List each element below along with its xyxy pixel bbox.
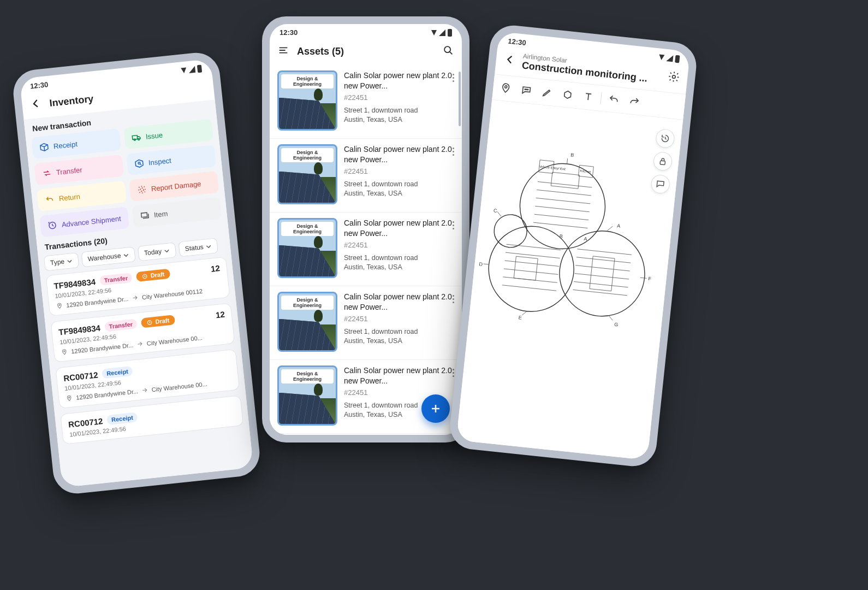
txn-id: RC00712	[63, 370, 98, 383]
status-icons	[181, 64, 202, 74]
swap-icon	[41, 168, 52, 179]
svg-point-14	[504, 86, 507, 88]
status-time: 12:30	[29, 80, 49, 90]
drawing-canvas[interactable]: BA FG ED C BA Vehicle Entry/ Exit Kitche…	[456, 100, 683, 460]
return-label: Return	[58, 192, 80, 203]
return-arrow-icon	[44, 194, 55, 205]
back-icon[interactable]	[29, 97, 43, 112]
txn-id: RC00712	[68, 416, 103, 429]
advance-shipment-button[interactable]: Advance Shipment	[39, 206, 129, 238]
asset-id: #22451	[344, 167, 454, 175]
asset-row[interactable]: Design & Engineering Calin Solar power n…	[270, 65, 462, 139]
transaction-type-grid: Receipt Issue Transfer Inspect	[31, 119, 222, 238]
history-button[interactable]	[655, 128, 675, 149]
battery-icon	[448, 29, 452, 37]
filter-type[interactable]: Type	[44, 252, 80, 271]
clock-forward-icon	[47, 220, 58, 231]
menu-icon[interactable]	[277, 44, 289, 58]
txn-type-badge: Receipt	[106, 412, 138, 425]
undo-button[interactable]	[604, 90, 624, 110]
svg-point-13	[672, 75, 675, 78]
asset-row[interactable]: Design & Engineering Calin Solar power n…	[270, 434, 462, 435]
status-time: 12:30	[508, 37, 527, 47]
svg-rect-24	[551, 172, 579, 188]
comment-tool[interactable]	[516, 80, 537, 101]
asset-title: Calin Solar power new plant 2.0 new Powe…	[344, 218, 454, 239]
chevron-down-icon	[205, 243, 212, 250]
filter-status[interactable]: Status	[178, 238, 218, 257]
inspect-label: Inspect	[148, 156, 171, 167]
return-button[interactable]: Return	[37, 180, 127, 211]
shape-tool[interactable]	[557, 85, 578, 105]
asset-address: Street 1, downtown roadAustin, Texas, US…	[344, 327, 454, 346]
truck-icon	[131, 132, 142, 143]
redo-button[interactable]	[624, 92, 644, 112]
receipt-button[interactable]: Receipt	[31, 128, 121, 160]
asset-id: #22451	[344, 93, 454, 102]
svg-point-11	[68, 397, 69, 398]
asset-address: Street 1, downtown roadAustin, Texas, US…	[344, 253, 454, 273]
svg-rect-27	[590, 256, 615, 291]
inventory-body: New transaction Receipt Issue Transfer	[24, 99, 254, 487]
more-options-icon[interactable]	[450, 72, 456, 84]
asset-info: Calin Solar power new plant 2.0 new Powe…	[344, 292, 454, 352]
assets-body: Design & Engineering Calin Solar power n…	[270, 65, 462, 435]
asset-title: Calin Solar power new plant 2.0 new Powe…	[344, 292, 454, 312]
arrow-right-icon	[131, 294, 139, 302]
battery-icon	[675, 55, 680, 63]
svg-text:Vehicle Entry/ Exit: Vehicle Entry/ Exit	[539, 165, 566, 171]
wifi-icon	[431, 30, 437, 36]
svg-text:B: B	[559, 233, 563, 239]
status-time: 12:30	[280, 28, 298, 37]
txn-type-badge: Receipt	[102, 366, 133, 379]
txn-type-badge: Transfer	[104, 318, 138, 332]
asset-row[interactable]: Design & Engineering Calin Solar power n…	[270, 213, 462, 286]
item-button[interactable]: Item	[132, 197, 222, 228]
svg-text:C: C	[493, 208, 497, 214]
text-tool[interactable]	[578, 87, 598, 107]
magnifier-box-icon	[134, 158, 145, 169]
floor-plan: BA FG ED C BA Vehicle Entry/ Exit Kitche…	[468, 138, 675, 364]
search-icon[interactable]	[442, 44, 454, 58]
transfer-button[interactable]: Transfer	[34, 155, 124, 186]
asset-thumbnail: Design & Engineering	[277, 70, 337, 131]
asset-row[interactable]: Design & Engineering Calin Solar power n…	[270, 139, 462, 213]
report-damage-button[interactable]: Report Damage	[129, 171, 219, 202]
svg-text:G: G	[614, 322, 619, 328]
draft-badge: Draft	[141, 315, 175, 328]
pencil-tool[interactable]	[537, 82, 557, 103]
svg-text:D: D	[479, 261, 483, 267]
pin-tool[interactable]	[496, 78, 516, 98]
asset-info: Calin Solar power new plant 2.0 new Powe…	[344, 70, 454, 131]
more-options-icon[interactable]	[450, 219, 456, 232]
filter-warehouse[interactable]: Warehouse	[81, 246, 135, 267]
svg-point-21	[484, 222, 578, 315]
location-icon	[61, 348, 68, 356]
phone-assets: 12:30 Assets (5)	[262, 16, 469, 442]
settings-icon[interactable]	[667, 70, 681, 85]
signal-icon	[188, 66, 195, 73]
svg-text:A: A	[617, 223, 621, 229]
filter-today[interactable]: Today	[138, 242, 177, 261]
asset-info: Calin Solar power new plant 2.0 new Powe…	[344, 144, 454, 204]
more-options-icon[interactable]	[450, 145, 456, 158]
inspect-button[interactable]: Inspect	[126, 145, 216, 176]
svg-point-4	[140, 188, 144, 192]
thumb-category-label: Design & Engineering	[281, 148, 334, 162]
back-icon[interactable]	[503, 52, 517, 68]
chevron-down-icon	[123, 252, 129, 258]
path-to: City Warehouse 00112	[141, 287, 203, 300]
stack-icon	[139, 210, 150, 221]
asset-title: Calin Solar power new plant 2.0 new Powe…	[344, 144, 454, 165]
issue-button[interactable]: Issue	[123, 119, 213, 150]
asset-row[interactable]: Design & Engineering Calin Solar power n…	[270, 286, 462, 360]
separator	[600, 92, 602, 104]
asset-address: Street 1, downtown roadAustin, Texas, US…	[344, 180, 454, 199]
more-options-icon[interactable]	[450, 293, 456, 305]
add-asset-fab[interactable]	[421, 394, 450, 423]
svg-point-23	[492, 213, 528, 249]
arrow-right-icon	[136, 340, 144, 347]
thumb-category-label: Design & Engineering	[281, 222, 334, 236]
svg-point-17	[527, 89, 528, 90]
svg-point-10	[64, 351, 65, 352]
